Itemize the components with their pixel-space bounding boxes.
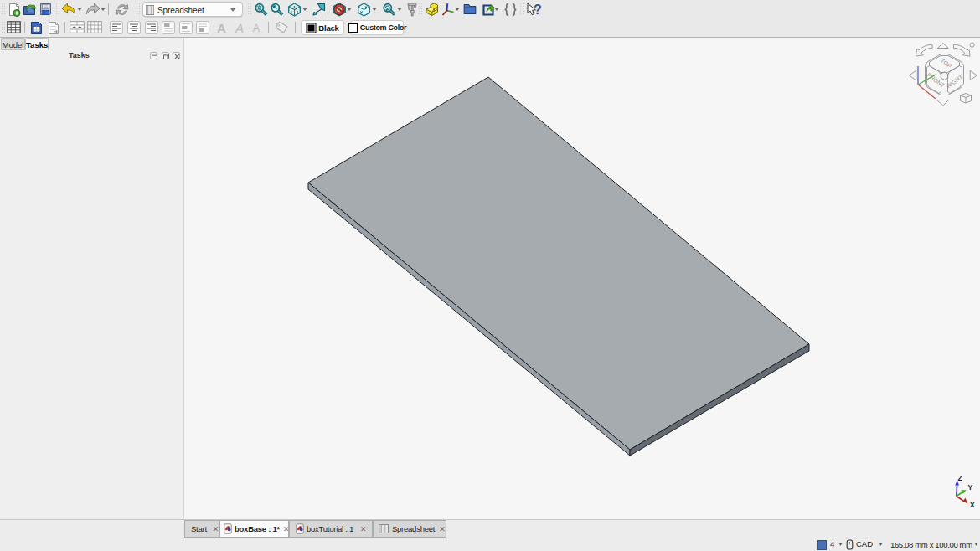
svg-text:TOP: TOP xyxy=(940,57,953,70)
svg-text:Z: Z xyxy=(958,474,962,482)
svg-text:X: X xyxy=(970,501,975,509)
svg-text:A: A xyxy=(253,22,260,34)
svg-text:A: A xyxy=(235,21,244,34)
svg-text:Y: Y xyxy=(968,483,973,492)
svg-text:A: A xyxy=(217,21,226,34)
